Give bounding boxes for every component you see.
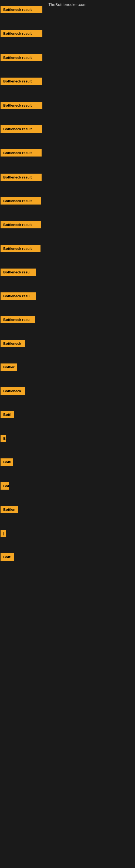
bar-row-15: Bottleneck <box>1 340 25 348</box>
bottleneck-bar-15[interactable]: Bottleneck <box>1 340 25 347</box>
bar-row-9: Bottleneck result <box>1 197 41 206</box>
bottleneck-bar-21[interactable]: Bot <box>1 482 9 490</box>
bar-row-1: Bottleneck result <box>1 6 42 14</box>
bottleneck-bar-1[interactable]: Bottleneck result <box>1 6 42 13</box>
site-title: TheBottlenecker.com <box>48 0 86 9</box>
bar-row-18: Bott! <box>1 411 14 420</box>
bottleneck-bar-14[interactable]: Bottleneck resu <box>1 316 35 323</box>
bottleneck-bar-17[interactable]: Bottleneck <box>1 388 25 395</box>
bar-row-21: Bot <box>1 482 9 491</box>
bar-row-3: Bottleneck result <box>1 54 42 62</box>
bar-row-12: Bottleneck resu <box>1 269 36 277</box>
bar-row-6: Bottleneck result <box>1 125 42 134</box>
bottleneck-bar-6[interactable]: Bottleneck result <box>1 125 42 133</box>
bar-row-10: Bottleneck result <box>1 221 41 229</box>
bottleneck-bar-5[interactable]: Bottleneck result <box>1 102 42 109</box>
bottleneck-bar-9[interactable]: Bottleneck result <box>1 197 41 205</box>
bottleneck-bar-24[interactable]: Bott! <box>1 553 14 561</box>
bottleneck-bar-18[interactable]: Bott! <box>1 411 14 418</box>
bottleneck-bar-13[interactable]: Bottleneck resu <box>1 292 36 300</box>
bar-row-7: Bottleneck result <box>1 149 42 158</box>
bar-row-14: Bottleneck resu <box>1 316 35 324</box>
bottleneck-bar-22[interactable]: Bottlen <box>1 506 18 513</box>
bottleneck-bar-8[interactable]: Bottleneck result <box>1 174 42 181</box>
bar-row-13: Bottleneck resu <box>1 292 36 301</box>
bar-row-5: Bottleneck result <box>1 102 42 110</box>
bar-row-17: Bottleneck <box>1 388 25 396</box>
bar-row-4: Bottleneck result <box>1 78 42 86</box>
bar-row-11: Bottleneck result <box>1 245 41 253</box>
bottleneck-bar-20[interactable]: Bottl <box>1 458 13 466</box>
bottleneck-bar-19[interactable]: B <box>1 435 6 442</box>
bottleneck-bar-11[interactable]: Bottleneck result <box>1 245 41 252</box>
bottleneck-bar-10[interactable]: Bottleneck result <box>1 221 41 228</box>
bar-row-2: Bottleneck result <box>1 30 42 38</box>
bottleneck-bar-12[interactable]: Bottleneck resu <box>1 269 36 276</box>
bar-row-20: Bottl <box>1 458 13 467</box>
bottleneck-bar-2[interactable]: Bottleneck result <box>1 30 42 37</box>
bottleneck-bar-3[interactable]: Bottleneck result <box>1 54 42 61</box>
bottleneck-bar-16[interactable]: Bottler <box>1 364 17 371</box>
bottleneck-bar-7[interactable]: Bottleneck result <box>1 149 42 156</box>
bar-row-22: Bottlen <box>1 506 18 514</box>
bottleneck-bar-23[interactable]: | <box>1 530 6 537</box>
bar-row-19: B <box>1 435 6 443</box>
bottleneck-bar-4[interactable]: Bottleneck result <box>1 78 42 85</box>
bar-row-8: Bottleneck result <box>1 174 42 182</box>
bars-container: Bottleneck resultBottleneck resultBottle… <box>0 8 135 822</box>
bar-row-24: Bott! <box>1 553 14 562</box>
bar-row-16: Bottler <box>1 364 17 372</box>
bar-row-23: | <box>1 530 6 538</box>
